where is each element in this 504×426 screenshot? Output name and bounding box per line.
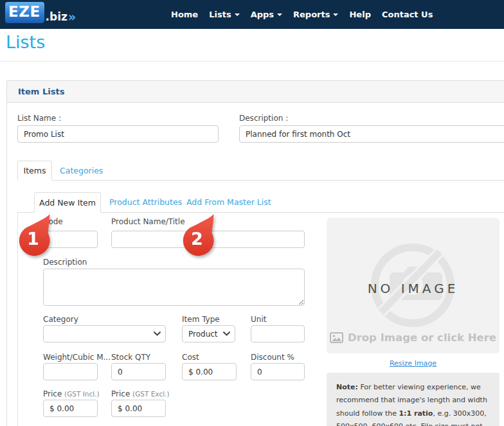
price-gst-incl-label: Price (GST Incl.)	[43, 389, 100, 398]
nav-item-help[interactable]: Help	[349, 10, 370, 19]
price-gst-excl-label: Price (GST Excl.)	[111, 389, 170, 398]
nav-item-lists-label: Lists	[209, 10, 231, 19]
list-description-input[interactable]	[239, 125, 504, 143]
brand-arrows-icon: »	[68, 11, 74, 23]
tab-product-attributes[interactable]: Product Attributes	[109, 197, 182, 207]
list-name-input[interactable]	[17, 125, 219, 143]
annotation-marker-2: 2	[180, 212, 216, 257]
annotation-marker-1: 1	[16, 212, 52, 257]
unit-label: Unit	[251, 315, 266, 324]
no-image-text: NO IMAGE	[327, 281, 500, 296]
nav-item-reports-label: Reports	[293, 10, 330, 19]
svg-text:1: 1	[27, 229, 39, 249]
drop-image-hint[interactable]: Drop Image or click Here	[327, 332, 500, 344]
brand-tld: .biz	[46, 11, 68, 23]
item-type-label: Item Type	[182, 315, 220, 324]
resize-image-wrapper: Resize Image	[327, 359, 500, 368]
note-bold: Note:	[336, 383, 358, 391]
price-label-main: Price	[111, 389, 130, 398]
note-bold: 1:1 ratio	[399, 409, 433, 418]
category-label: Category	[43, 315, 78, 324]
brand-logo[interactable]: EZE .biz »	[5, 2, 74, 23]
image-note: Note: For better viewing experience, we …	[327, 373, 500, 426]
discount-input[interactable]	[251, 363, 305, 380]
discount-label: Discount %	[251, 353, 294, 362]
title-divider	[0, 61, 504, 62]
tab-add-from-master-list[interactable]: Add From Master List	[186, 197, 271, 207]
drop-image-text: Drop Image or click Here	[348, 332, 496, 344]
item-type-select-value: Product	[188, 330, 218, 339]
stock-qty-input[interactable]	[111, 363, 166, 380]
page: EZE .biz » Home Lists Apps Reports Help …	[0, 0, 504, 426]
description-textarea[interactable]	[43, 269, 305, 306]
nav-item-contact-us[interactable]: Contact Us	[382, 10, 433, 19]
item-type-select[interactable]: Product	[182, 325, 235, 342]
nav-item-apps[interactable]: Apps	[251, 10, 282, 19]
cost-label: Cost	[182, 353, 199, 362]
price-gst-excl-input[interactable]	[111, 400, 166, 417]
list-name-label: List Name :	[17, 114, 61, 123]
caret-down-icon	[277, 13, 282, 16]
price-label-main: Price	[43, 389, 62, 398]
unit-input[interactable]	[251, 325, 305, 342]
outer-tab-divider	[17, 180, 504, 181]
stock-qty-label: Stock QTY	[111, 353, 150, 362]
main-nav: Home Lists Apps Reports Help Contact Us	[171, 0, 433, 29]
nav-item-reports[interactable]: Reports	[293, 10, 338, 19]
chevron-down-icon	[223, 332, 230, 336]
weight-label: Weight/Cubic M...	[43, 353, 111, 362]
nav-item-home[interactable]: Home	[171, 10, 198, 19]
tab-items[interactable]: Items	[17, 161, 52, 181]
picture-icon	[330, 332, 343, 343]
svg-text:2: 2	[191, 229, 203, 249]
tab-add-new-item[interactable]: Add New Item	[34, 192, 101, 213]
resize-image-link[interactable]: Resize Image	[390, 359, 437, 368]
weight-input[interactable]	[43, 363, 98, 380]
panel-heading: Item Lists	[18, 87, 64, 96]
nav-item-apps-label: Apps	[251, 10, 274, 19]
description-label: Description	[43, 258, 87, 267]
nav-item-lists[interactable]: Lists	[209, 10, 239, 19]
caret-down-icon	[235, 13, 240, 16]
category-select[interactable]	[43, 325, 166, 342]
cost-input[interactable]	[182, 363, 237, 380]
chevron-down-icon	[154, 332, 161, 336]
tab-categories[interactable]: Categories	[60, 166, 103, 175]
list-description-label: Description :	[239, 114, 288, 123]
top-navbar: EZE .biz » Home Lists Apps Reports Help …	[0, 0, 504, 29]
brand-eze-mark: EZE	[5, 2, 44, 23]
panel-header: Item Lists	[6, 80, 504, 103]
price-label-sub: (GST Incl.)	[64, 390, 100, 398]
price-label-sub: (GST Excl.)	[132, 390, 169, 398]
page-title: Lists	[6, 32, 45, 52]
product-name-label: Product Name/Title	[111, 217, 185, 226]
caret-down-icon	[333, 13, 338, 16]
price-gst-incl-input[interactable]	[43, 400, 98, 417]
